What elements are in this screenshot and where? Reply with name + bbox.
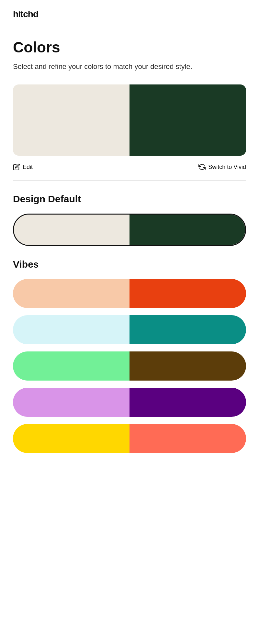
app-logo: hitchd [13,9,246,19]
vibe-5-right [130,424,246,453]
switch-to-vivid-label: Switch to Vivid [208,164,246,171]
design-default-section: Design Default [13,194,246,246]
vibe-3-left [13,351,130,381]
vibe-5-left [13,424,130,453]
vibe-1-left [13,279,130,308]
design-default-right [130,215,245,245]
vibes-title: Vibes [13,259,246,270]
edit-label: Edit [23,164,33,171]
switch-to-vivid-button[interactable]: Switch to Vivid [198,163,246,171]
design-default-bar[interactable] [13,214,246,246]
vibe-2-left [13,315,130,344]
design-default-left [14,215,130,245]
edit-icon [13,163,20,171]
vibe-bar-3[interactable] [13,351,246,381]
vibes-section: Vibes [13,259,246,453]
color-preview-left [13,84,130,156]
vibe-bar-5[interactable] [13,424,246,453]
edit-button[interactable]: Edit [13,163,33,171]
vibe-1-right [130,279,246,308]
page-title: Colors [13,39,246,56]
color-preview-right [130,84,246,156]
vibe-4-left [13,388,130,417]
vibe-4-right [130,388,246,417]
app-header: hitchd [0,0,259,26]
refresh-icon [198,163,206,171]
logo-text: hitchd [13,9,38,19]
design-default-title: Design Default [13,194,246,205]
color-actions: Edit Switch to Vivid [13,163,246,171]
vibe-2-right [130,315,246,344]
page-subtitle: Select and refine your colors to match y… [13,61,246,72]
main-content: Colors Select and refine your colors to … [0,26,259,479]
vibe-3-right [130,351,246,381]
section-divider [13,180,246,181]
color-preview-block [13,84,246,156]
vibe-bar-1[interactable] [13,279,246,308]
vibe-bar-4[interactable] [13,388,246,417]
vibe-bar-2[interactable] [13,315,246,344]
